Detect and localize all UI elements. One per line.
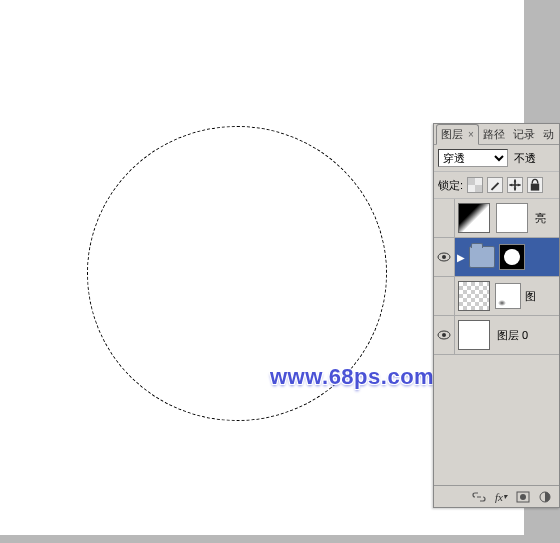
lock-row: 锁定: <box>434 172 559 199</box>
lock-transparency-icon[interactable] <box>467 177 483 193</box>
layer-thumbnail-gradient[interactable] <box>458 203 490 233</box>
lock-position-icon[interactable] <box>507 177 523 193</box>
svg-point-4 <box>442 255 446 259</box>
expand-arrow-icon[interactable]: ▶ <box>457 252 465 263</box>
visibility-toggle[interactable] <box>434 316 455 354</box>
folder-icon <box>469 246 495 268</box>
scrollbar-horizontal[interactable] <box>0 535 524 543</box>
opacity-label: 不透 <box>514 151 536 166</box>
visibility-toggle[interactable] <box>434 277 455 315</box>
blend-mode-select[interactable]: 穿透 <box>438 149 508 167</box>
link-icon[interactable] <box>471 490 487 504</box>
panel-bottom-toolbar: fx▾ <box>434 485 559 507</box>
svg-rect-0 <box>468 178 475 185</box>
adjustment-icon[interactable] <box>537 490 553 504</box>
layer-mask-thumbnail[interactable] <box>496 203 528 233</box>
layer-name-label: 图 <box>525 289 536 304</box>
lock-all-icon[interactable] <box>527 177 543 193</box>
tab-history[interactable]: 记录 <box>509 125 539 144</box>
eye-icon <box>437 330 451 340</box>
svg-point-8 <box>520 494 526 500</box>
layer-name-label: 图层 0 <box>497 328 528 343</box>
tab-actions[interactable]: 动 <box>539 125 558 144</box>
layer-row[interactable]: 图层 0 <box>434 316 559 355</box>
layer-mask-thumbnail[interactable] <box>499 244 525 270</box>
layer-thumbnail[interactable] <box>458 320 490 350</box>
layer-thumbnail[interactable] <box>458 281 490 311</box>
mask-icon[interactable] <box>515 490 531 504</box>
layer-row[interactable]: 亮 <box>434 199 559 238</box>
svg-point-6 <box>442 333 446 337</box>
layer-name-label: 亮 <box>535 211 546 226</box>
panel-tabs: 图层 × 路径 记录 动 <box>434 124 559 145</box>
layers-list: 亮 ▶ 图 图层 0 <box>434 199 559 355</box>
close-icon[interactable]: × <box>468 129 474 140</box>
blend-mode-row: 穿透 不透 <box>434 145 559 172</box>
svg-rect-1 <box>475 185 482 192</box>
layers-panel: 图层 × 路径 记录 动 穿透 不透 锁定: <box>433 123 560 508</box>
eye-icon <box>437 252 451 262</box>
fx-icon[interactable]: fx▾ <box>493 490 509 504</box>
lock-paint-icon[interactable] <box>487 177 503 193</box>
svg-rect-2 <box>531 184 539 191</box>
layer-row-active[interactable]: ▶ <box>434 238 559 277</box>
tab-label: 图层 <box>441 128 463 140</box>
tab-layers[interactable]: 图层 × <box>436 124 479 145</box>
lock-label: 锁定: <box>438 178 463 193</box>
visibility-toggle[interactable] <box>434 199 455 237</box>
layer-mask-thumbnail[interactable] <box>495 283 521 309</box>
visibility-toggle[interactable] <box>434 238 455 276</box>
tab-paths[interactable]: 路径 <box>479 125 509 144</box>
layer-row[interactable]: 图 <box>434 277 559 316</box>
lock-icons <box>467 177 543 193</box>
watermark-text: www.68ps.com <box>270 364 434 390</box>
